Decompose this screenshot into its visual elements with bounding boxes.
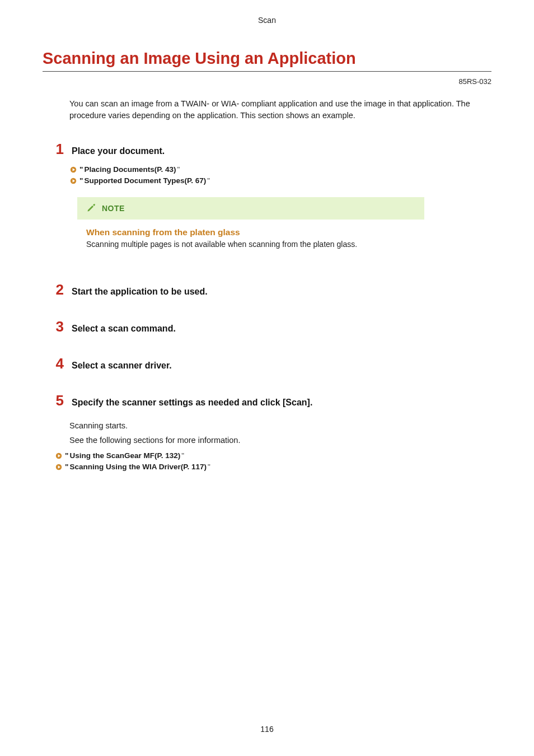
step-text: Specify the scanner settings as needed a…	[72, 398, 312, 408]
section-header: Scan	[43, 16, 491, 25]
xref-link[interactable]: " Using the ScanGear MF(P. 132) "	[55, 450, 491, 461]
xref-link[interactable]: " Supported Document Types(P. 67) "	[69, 175, 491, 186]
step-number: 2	[54, 282, 64, 297]
quote-close: "	[207, 175, 210, 186]
play-icon	[55, 463, 63, 471]
document-id: 85RS-032	[43, 77, 491, 86]
step-text: Start the application to be used.	[72, 287, 208, 297]
pencil-icon	[86, 202, 96, 214]
step-text: Select a scanner driver.	[72, 361, 172, 371]
note-header: NOTE	[77, 197, 424, 220]
note-box: NOTE When scanning from the platen glass…	[77, 197, 424, 254]
quote-close: "	[208, 461, 210, 473]
intro-paragraph: You can scan an image from a TWAIN- or W…	[69, 98, 491, 122]
play-icon	[69, 177, 77, 185]
note-text: Scanning multiple pages is not available…	[86, 240, 415, 249]
xref-link[interactable]: " Scanning Using the WIA Driver(P. 117) …	[55, 461, 491, 473]
step-text: Place your document.	[72, 146, 165, 156]
step-1-links: " Placing Documents(P. 43) " " Supported…	[69, 164, 491, 187]
step-5-followup: Scanning starts. See the following secti…	[69, 421, 491, 473]
link-label: Using the ScanGear MF(P. 132)	[69, 450, 180, 461]
body-text: See the following sections for more info…	[69, 436, 491, 445]
note-body: When scanning from the platen glass Scan…	[77, 220, 424, 254]
quote-close: "	[181, 450, 184, 461]
step-number: 3	[54, 319, 64, 334]
step-4: 4 Select a scanner driver.	[54, 356, 491, 371]
step-3: 3 Select a scan command.	[54, 319, 491, 334]
page-number: 116	[0, 725, 534, 734]
body-text: Scanning starts.	[69, 421, 491, 430]
step-2: 2 Start the application to be used.	[54, 282, 491, 297]
xref-link[interactable]: " Placing Documents(P. 43) "	[69, 164, 491, 175]
play-icon	[69, 166, 77, 174]
quote-open: "	[65, 461, 68, 473]
step-text: Select a scan command.	[72, 324, 176, 334]
step-number: 4	[54, 356, 64, 371]
document-page: Scan Scanning an Image Using an Applicat…	[0, 0, 534, 756]
step-number: 1	[54, 142, 64, 156]
step-5: 5 Specify the scanner settings as needed…	[54, 393, 491, 408]
link-label: Supported Document Types(P. 67)	[84, 175, 206, 186]
link-label: Scanning Using the WIA Driver(P. 117)	[69, 461, 207, 473]
note-label: NOTE	[102, 204, 125, 213]
link-label: Placing Documents(P. 43)	[84, 164, 176, 175]
note-title: When scanning from the platen glass	[86, 227, 415, 237]
quote-close: "	[177, 164, 180, 175]
quote-open: "	[79, 175, 83, 186]
step-1: 1 Place your document.	[54, 142, 491, 156]
play-icon	[55, 452, 63, 460]
quote-open: "	[79, 164, 83, 175]
page-title: Scanning an Image Using an Application	[43, 49, 491, 72]
step-number: 5	[54, 393, 64, 408]
quote-open: "	[65, 450, 68, 461]
